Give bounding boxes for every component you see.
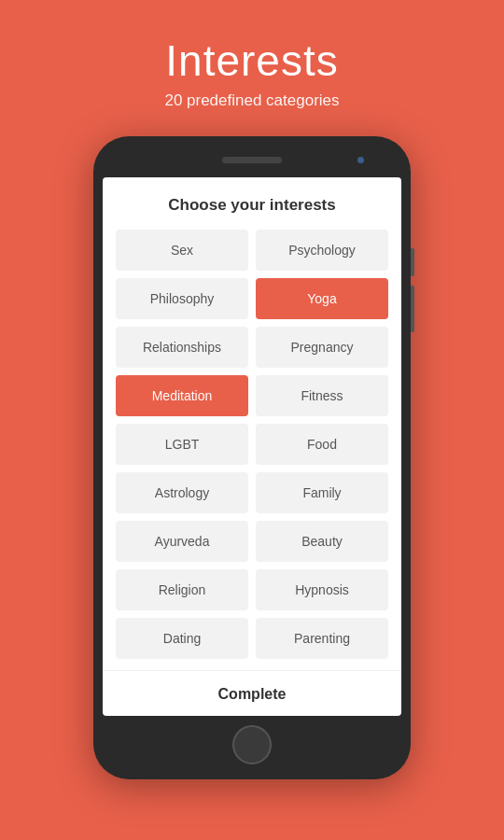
- phone-bottom-bar: [103, 725, 401, 764]
- interest-btn-family[interactable]: Family: [256, 472, 388, 513]
- complete-button[interactable]: Complete: [103, 670, 401, 716]
- interests-grid: SexPsychologyPhilosophyYogaRelationships…: [116, 230, 388, 659]
- interest-btn-pregnancy[interactable]: Pregnancy: [256, 327, 388, 368]
- screen-title: Choose your interests: [116, 196, 388, 215]
- interest-btn-religion[interactable]: Religion: [116, 569, 248, 610]
- interest-btn-sex[interactable]: Sex: [116, 230, 248, 271]
- interest-btn-meditation[interactable]: Meditation: [116, 375, 248, 416]
- phone-screen: Choose your interests SexPsychologyPhilo…: [103, 177, 401, 716]
- page-subtitle: 20 predefined categories: [164, 91, 339, 110]
- interest-btn-fitness[interactable]: Fitness: [256, 375, 388, 416]
- page-title: Interests: [164, 35, 339, 86]
- interest-btn-dating[interactable]: Dating: [116, 618, 248, 659]
- interest-btn-relationships[interactable]: Relationships: [116, 327, 248, 368]
- interest-btn-beauty[interactable]: Beauty: [256, 521, 388, 562]
- interest-btn-parenting[interactable]: Parenting: [256, 618, 388, 659]
- page-header: Interests 20 predefined categories: [164, 0, 339, 110]
- home-button[interactable]: [232, 725, 272, 764]
- camera: [357, 157, 364, 163]
- interest-btn-food[interactable]: Food: [256, 424, 388, 465]
- speaker: [222, 157, 282, 163]
- phone-shell: Choose your interests SexPsychologyPhilo…: [93, 136, 411, 779]
- power-button: [411, 248, 414, 276]
- interest-btn-philosophy[interactable]: Philosophy: [116, 278, 248, 319]
- interest-btn-lgbt[interactable]: LGBT: [116, 424, 248, 465]
- interest-btn-astrology[interactable]: Astrology: [116, 472, 248, 513]
- phone-top-bar: [103, 149, 401, 170]
- interest-btn-psychology[interactable]: Psychology: [256, 230, 388, 271]
- interest-btn-ayurveda[interactable]: Ayurveda: [116, 521, 248, 562]
- interest-btn-hypnosis[interactable]: Hypnosis: [256, 569, 388, 610]
- screen-content: Choose your interests SexPsychologyPhilo…: [103, 177, 401, 659]
- volume-button: [411, 286, 414, 332]
- interest-btn-yoga[interactable]: Yoga: [256, 278, 388, 319]
